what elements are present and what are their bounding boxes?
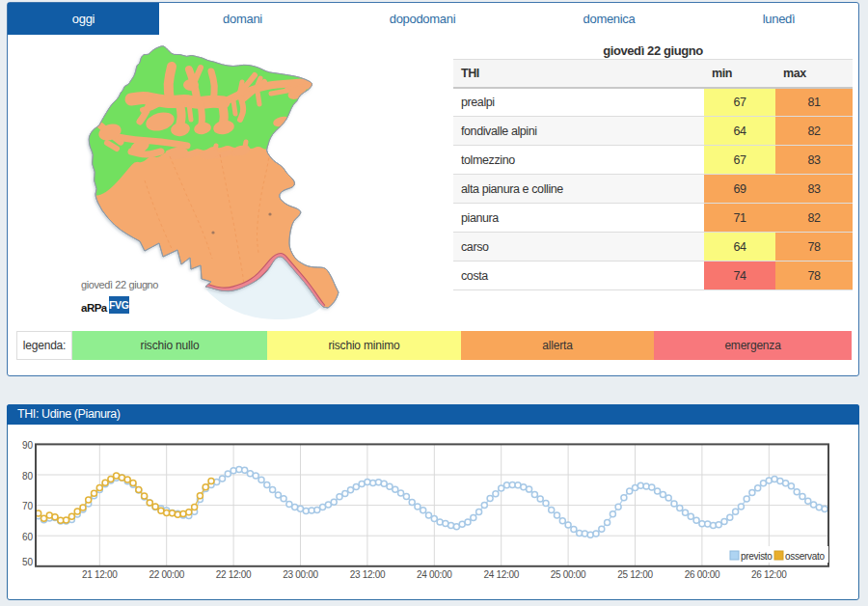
svg-text:26 00:00: 26 00:00	[685, 569, 720, 580]
svg-text:24 12:00: 24 12:00	[483, 569, 519, 580]
svg-text:25 00:00: 25 00:00	[551, 569, 586, 580]
svg-text:24 00:00: 24 00:00	[417, 569, 452, 580]
svg-text:21 12:00: 21 12:00	[82, 569, 118, 580]
svg-text:60: 60	[22, 532, 34, 542]
svg-text:26 12:00: 26 12:00	[751, 569, 787, 580]
svg-text:osservato: osservato	[785, 551, 825, 562]
svg-text:80: 80	[22, 471, 34, 482]
svg-text:22 00:00: 22 00:00	[149, 569, 184, 580]
svg-text:25 12:00: 25 12:00	[617, 569, 653, 580]
svg-text:previsto: previsto	[741, 551, 773, 562]
svg-text:23 12:00: 23 12:00	[350, 569, 386, 580]
svg-text:90: 90	[22, 440, 34, 451]
svg-text:50: 50	[22, 557, 34, 567]
svg-text:22 12:00: 22 12:00	[216, 569, 252, 580]
svg-text:70: 70	[22, 501, 34, 511]
svg-text:23 00:00: 23 00:00	[283, 569, 318, 580]
